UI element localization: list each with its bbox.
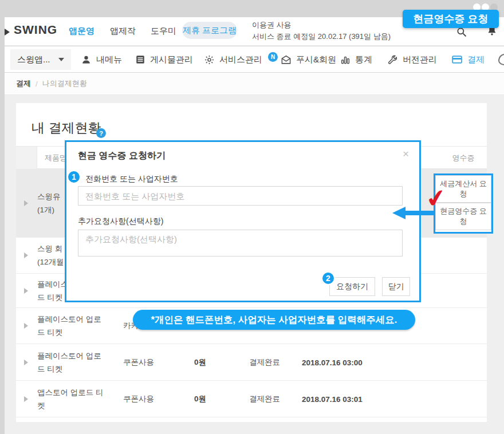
logo-mark-icon xyxy=(5,29,10,35)
nav-partner-program[interactable]: 제휴 프로그램 xyxy=(182,22,237,39)
extra-input[interactable] xyxy=(78,230,403,257)
step2-annotation: 2 xyxy=(321,271,335,285)
col-header-receipt: 영수증 xyxy=(434,153,493,163)
payment-amount: 0원 xyxy=(160,394,206,404)
page-title: 내 결제현황 xyxy=(32,119,101,137)
credit-card-icon xyxy=(451,54,463,65)
app-selector-label: 스윙앱... xyxy=(17,54,50,65)
subnav-payment[interactable]: 결제 xyxy=(451,46,485,73)
subnav-service-manage[interactable]: 서비스관리 N xyxy=(204,46,278,73)
user-icon xyxy=(81,54,92,65)
breadcrumb-page: 나의결제현황 xyxy=(42,78,87,89)
input-guide-tooltip: *개인은 핸드폰번호, 사업자는 사업자번호를 입력해주세요. xyxy=(133,310,415,330)
extra-label: 추가요청사항(선택사항) xyxy=(78,216,163,227)
subnav-push-members[interactable]: 푸시&회원 xyxy=(281,46,336,73)
close-icon[interactable]: × xyxy=(403,148,409,160)
app-window: SWING 앱운영 앱제작 도우미 제휴 프로그램 이용권 사용 서비스 종료 … xyxy=(0,0,504,434)
nav-app-manage[interactable]: 앱운영 xyxy=(69,26,94,37)
headset-icon[interactable] xyxy=(498,54,504,65)
subnav-stats-label: 통계 xyxy=(355,54,372,65)
subnav-version-label: 버전관리 xyxy=(403,54,437,65)
expand-row-icon[interactable] xyxy=(24,200,28,206)
submit-request-button[interactable]: 요청하기 xyxy=(329,277,375,296)
subnav-my-menu-label: 내메뉴 xyxy=(96,54,122,65)
modal-title: 현금 영수증 요청하기 xyxy=(78,150,166,162)
breadcrumb-divider: / xyxy=(36,80,38,88)
breadcrumb-section[interactable]: 결제 xyxy=(16,78,31,89)
sub-navigation: 스윙앱... 내메뉴 게시물관리 서비스관리 N xyxy=(5,46,504,73)
subnav-board-label: 게시물관리 xyxy=(150,54,193,65)
subnav-my-menu[interactable]: 내메뉴 xyxy=(81,46,122,73)
wrench-icon xyxy=(387,54,398,65)
step1-annotation: 1 xyxy=(67,170,81,184)
phone-label: 전화번호 또는 사업자번호 xyxy=(85,174,178,184)
nav-app-make[interactable]: 앱제작 xyxy=(110,26,136,37)
app-selector-dropdown[interactable]: 스윙앱... xyxy=(10,49,71,70)
help-icon[interactable]: ? xyxy=(96,128,106,138)
search-icon[interactable] xyxy=(456,26,467,38)
subnav-statistics[interactable]: 통계 xyxy=(340,46,372,73)
expand-row-icon[interactable] xyxy=(24,252,28,258)
expand-row-icon[interactable] xyxy=(24,396,28,402)
product-name: 앱스토어 업로드 티켓 xyxy=(37,386,106,412)
arrow-left-icon xyxy=(392,207,405,219)
usage-line2: 서비스 종료 예정일 20.02.17 (391일 남음) xyxy=(252,31,391,42)
payment-status: 결제완료 xyxy=(249,357,280,368)
usage-line1: 이용권 사용 xyxy=(252,19,391,31)
product-name: 플레이스토어 업로드 티켓 xyxy=(37,349,106,376)
expand-row-icon[interactable] xyxy=(24,288,28,294)
new-badge: N xyxy=(268,52,278,62)
mail-icon xyxy=(281,54,292,65)
bar-chart-icon xyxy=(340,54,351,65)
table-row[interactable]: 앱스토어 업로드 티켓 쿠폰사용 0원 결제완료 2018.07.16 03:0… xyxy=(16,381,487,417)
subnav-version-manage[interactable]: 버전관리 xyxy=(387,46,437,73)
payment-date: 2018.07.16 03:00 xyxy=(302,358,363,366)
payment-status: 결제완료 xyxy=(249,394,280,404)
app-logo[interactable]: SWING xyxy=(14,23,57,37)
board-icon xyxy=(135,54,145,65)
usage-info: 이용권 사용 서비스 종료 예정일 20.02.17 (391일 남음) xyxy=(252,19,391,42)
gear-icon xyxy=(204,54,215,65)
payment-method: 쿠폰사용 xyxy=(123,357,154,368)
phone-input[interactable] xyxy=(78,186,403,206)
product-name: 플레이스토어 업로드 티켓 xyxy=(37,313,106,339)
expand-row-icon[interactable] xyxy=(24,323,28,329)
table-header-expand-cell xyxy=(16,147,37,169)
cash-receipt-modal: 현금 영수증 요청하기 × 전화번호 또는 사업자번호 추가요청사항(선택사항)… xyxy=(65,140,421,302)
breadcrumb: 결제 / 나의결제현황 xyxy=(5,73,504,95)
cash-receipt-request-badge[interactable]: 현금영수증 요청 xyxy=(403,10,499,28)
subnav-payment-label: 결제 xyxy=(467,54,485,65)
nav-helper[interactable]: 도우미 xyxy=(151,26,176,37)
payment-method: 쿠폰사용 xyxy=(123,394,154,404)
subnav-service-label: 서비스관리 xyxy=(219,54,262,65)
close-button[interactable]: 닫기 xyxy=(382,277,410,296)
subnav-board-manage[interactable]: 게시물관리 xyxy=(135,46,193,73)
payment-amount: 0원 xyxy=(160,357,206,368)
col-header-product: 제품명 xyxy=(45,153,67,163)
expand-row-icon[interactable] xyxy=(24,360,28,365)
subnav-push-label: 푸시&회원 xyxy=(296,54,336,65)
chevron-down-icon xyxy=(58,58,64,61)
payment-date: 2018.07.16 03:01 xyxy=(302,394,363,403)
table-row[interactable]: 플레이스토어 업로드 티켓 쿠폰사용 0원 결제완료 2018.07.16 03… xyxy=(16,344,487,381)
